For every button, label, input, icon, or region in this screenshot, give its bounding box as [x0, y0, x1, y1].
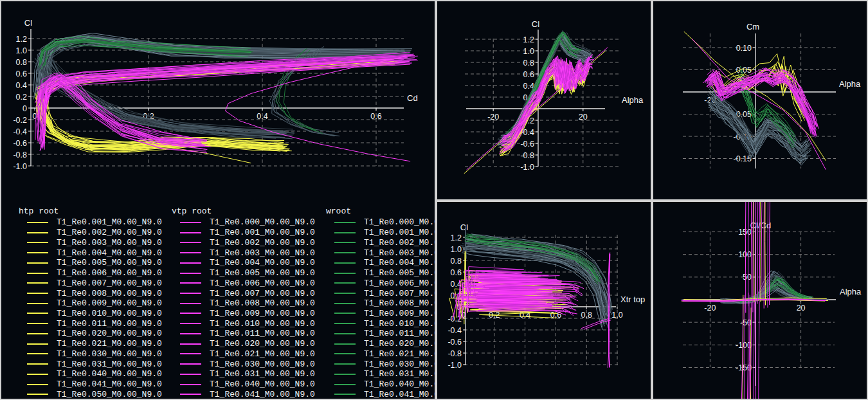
legend-polar-name: T1_Re0.040_M0.00_N9.0: [57, 369, 162, 379]
x-axis-title: Alpha: [622, 95, 644, 105]
legend-item: T1_Re0.030_M0.00_N9.0: [326, 359, 436, 369]
legend-item: T1_Re0.001_M0.00_N9.0: [19, 217, 162, 228]
polar-curve-yellow-up-spike: [765, 202, 766, 305]
legend-curve-swatch: [334, 363, 356, 365]
x-axis-title: Cd: [407, 93, 418, 103]
legend-item: T1_Re0.007_M0.00_N9.0: [19, 278, 162, 288]
legend-curve-swatch: [180, 363, 201, 365]
legend-polar-name: T1_Re0.040_M0.00_N9.0: [210, 379, 315, 389]
x-tick-label: 0.4: [257, 112, 267, 121]
legend-curve-swatch: [27, 343, 48, 345]
legend-curve-swatch: [180, 353, 201, 354]
legend-curve-swatch: [334, 262, 356, 264]
polar-curve-magenta-up-spike: [761, 202, 763, 298]
legend-item: T1_Re0.021_M0.00_N9.0: [326, 349, 436, 359]
legend-item: T1_Re0.020_M0.00_N9.0: [326, 339, 436, 349]
legend-item: T1_Re0.021_M0.00_N9.0: [19, 339, 162, 349]
legend-curve-swatch: [334, 384, 356, 385]
legend-item: T1_Re0.041_M0.00_N9.0: [19, 379, 162, 390]
legend-item: T1_Re0.020_M0.00_N9.0: [19, 329, 162, 339]
legend-item: T1_Re0.008_M0.00_N9.0: [172, 298, 315, 309]
legend-polar-name: T1_Re0.041_M0.00_N9.0: [364, 390, 436, 399]
legend-curve-swatch: [334, 323, 356, 324]
legend-curve-swatch: [27, 232, 48, 233]
x-tick-label: -20: [704, 304, 716, 313]
legend-curve-swatch: [27, 333, 48, 334]
legend-item: T1_Re0.005_M0.00_N9.0: [326, 268, 436, 278]
legend-curve-swatch: [180, 384, 201, 385]
legend-item: T1_Re0.031_M0.00_N9.0: [172, 369, 315, 379]
legend-item: T1_Re0.000_M0.00_N9.0: [172, 217, 315, 228]
legend-curve-swatch: [27, 363, 48, 365]
legend-polar-name: T1_Re0.002_M0.00_N9.0: [210, 238, 315, 248]
legend-polar-name: T1_Re0.021_M0.00_N9.0: [57, 339, 162, 349]
legend-curve-swatch: [334, 313, 356, 314]
plot-cl-vs-xtr-top[interactable]: 00.20.40.60.81.01.21.00.80.60.40.20-0.2-…: [437, 202, 651, 399]
legend-curve-swatch: [27, 222, 48, 223]
legend-polar-name: T1_Re0.020_M0.00_N9.0: [364, 339, 436, 349]
y-tick-label: -0.6: [13, 139, 27, 148]
y-tick-label: 0.2: [16, 93, 27, 102]
legend-item: T1_Re0.041_M0.00_N9.0: [172, 389, 315, 399]
y-tick-label: -0.8: [448, 349, 462, 358]
legend-polar-name: T1_Re0.021_M0.00_N9.0: [210, 349, 315, 359]
legend-curve-swatch: [180, 394, 201, 395]
plot-clcd-vs-alpha[interactable]: -202015010050-50-100-150AlphaCl/Cd: [653, 202, 867, 399]
polar-curve-yellow-up-spike: [754, 202, 754, 302]
y-tick-label: 0.8: [16, 58, 27, 67]
polar-graphs-window: 00.20.40.61.21.00.80.60.40.20-0.2-0.4-0.…: [0, 0, 868, 400]
legend-item: T1_Re0.041_M0.00_N9.0: [326, 389, 436, 399]
legend-item: T1_Re0.021_M0.00_N9.0: [172, 349, 315, 359]
y-tick-label: -0.8: [520, 151, 534, 160]
y-tick-label: 0.6: [523, 70, 534, 79]
legend-item: T1_Re0.004_M0.00_N9.0: [172, 258, 315, 268]
legend-item: T1_Re0.003_M0.00_N9.0: [19, 237, 162, 248]
y-tick-label: 0.8: [523, 59, 534, 68]
legend-curve-swatch: [27, 394, 48, 395]
legend-curve-swatch: [27, 303, 48, 304]
legend-polar-name: T1_Re0.004_M0.00_N9.0: [364, 258, 436, 268]
legend-item: T1_Re0.040_M0.00_N9.0: [172, 379, 315, 390]
y-axis-title: Cl: [24, 18, 32, 28]
plot-cl-vs-cd[interactable]: 00.20.40.61.21.00.80.60.40.20-0.2-0.4-0.…: [1, 1, 435, 199]
legend-curve-swatch: [334, 273, 356, 274]
legend-curve-swatch: [180, 313, 201, 314]
y-tick-label: 100: [738, 250, 752, 259]
legend-item: T1_Re0.050_M0.00_N9.0: [19, 389, 162, 399]
legend-polar-name: T1_Re0.020_M0.00_N9.0: [210, 339, 315, 349]
y-tick-label: -1.0: [13, 162, 27, 171]
legend-curve-swatch: [27, 282, 48, 284]
legend-curve-swatch: [334, 343, 356, 345]
legend-item: T1_Re0.003_M0.00_N9.0: [326, 248, 436, 258]
legend-curve-swatch: [180, 252, 201, 253]
legend-curve-swatch: [180, 333, 201, 334]
legend-curve-swatch: [180, 374, 201, 375]
plot-cl-vs-alpha[interactable]: -20201.21.00.80.60.40.20-0.2-0.4-0.6-0.8…: [437, 1, 651, 199]
legend-item: T1_Re0.001_M0.00_N9.0: [172, 228, 315, 238]
legend-polar-name: T1_Re0.001_M0.00_N9.0: [57, 217, 162, 227]
plot-cm-vs-alpha[interactable]: -20200.100.05-0.05-0.10-0.15AlphaCm: [653, 1, 867, 199]
legend-curve-swatch: [27, 313, 48, 314]
legend-item: T1_Re0.031_M0.00_N9.0: [326, 369, 436, 379]
legend-item: T1_Re0.010_M0.00_N9.0: [326, 318, 436, 329]
x-axis-title: Alpha: [839, 79, 861, 89]
y-tick-label: -0.4: [13, 127, 27, 136]
polar-curve-magenta-down-spike: [754, 302, 755, 399]
legend-group-vtp-root: vtp rootT1_Re0.000_M0.00_N9.0T1_Re0.001_…: [172, 206, 315, 399]
legend-curve-swatch: [180, 242, 201, 243]
legend-curve-swatch: [27, 242, 48, 243]
y-tick-label: 1.2: [16, 35, 27, 44]
legend-curve-swatch: [334, 394, 356, 395]
legend-polar-name: T1_Re0.001_M0.00_N9.0: [210, 228, 315, 237]
legend-item: T1_Re0.005_M0.00_N9.0: [19, 258, 162, 268]
x-axis-title: Alpha: [840, 287, 862, 296]
legend-polar-name: T1_Re0.004_M0.00_N9.0: [210, 258, 315, 268]
legend-item: T1_Re0.001_M0.00_N9.0: [326, 228, 436, 238]
legend-item: T1_Re0.008_M0.00_N9.0: [19, 288, 162, 298]
y-tick-label: 1.0: [523, 47, 534, 56]
y-tick-label: -0.15: [734, 154, 752, 163]
legend-polar-name: T1_Re0.002_M0.00_N9.0: [364, 238, 436, 248]
legend-curve-swatch: [27, 384, 48, 385]
legend-curve-swatch: [27, 262, 48, 264]
legend-polar-name: T1_Re0.040_M0.00_N9.0: [364, 379, 436, 389]
